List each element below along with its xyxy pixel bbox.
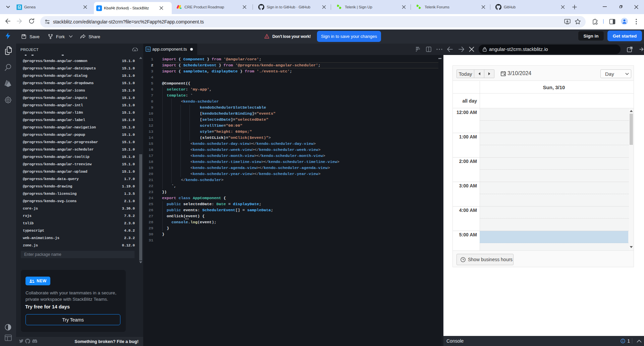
svg-text:TS: TS — [147, 48, 150, 51]
